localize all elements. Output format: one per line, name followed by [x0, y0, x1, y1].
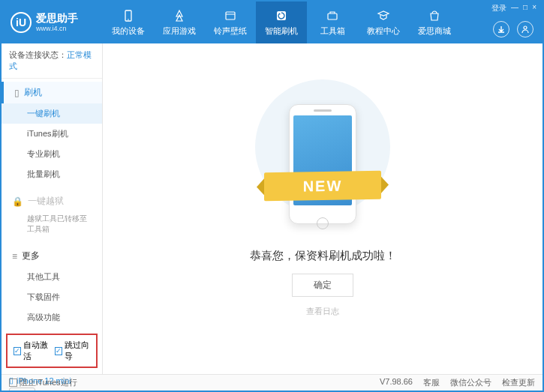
nav-label: 我的设备 [112, 25, 145, 37]
header-actions [493, 21, 533, 37]
wechat-link[interactable]: 微信公众号 [450, 377, 491, 388]
sidebar-item-itunes-flash[interactable]: iTunes刷机 [2, 124, 102, 144]
sidebar-section-flash[interactable]: ▯ 刷机 [2, 82, 102, 103]
checkbox-checked-icon: ✓ [14, 347, 21, 355]
support-link[interactable]: 客服 [423, 377, 440, 388]
apps-icon [172, 8, 187, 23]
main-content: NEW 恭喜您，保资料刷机成功啦！ 确定 查看日志 [103, 43, 542, 374]
connection-status: 设备连接状态：正常模式 [2, 43, 102, 79]
nav-ringtone[interactable]: 铃声壁纸 [205, 1, 256, 43]
window-controls: 登录 — □ × [491, 3, 536, 13]
device-icon [121, 8, 136, 23]
sidebar-section-jailbreak[interactable]: 🔒 一键越狱 [2, 190, 102, 212]
checkbox-checked-icon: ✓ [55, 347, 62, 355]
checkbox-unchecked-icon [9, 379, 17, 387]
flash-icon [274, 8, 289, 23]
toolbox-icon [325, 8, 340, 23]
sidebar-item-oneclick-flash[interactable]: 一键刷机 [2, 103, 102, 124]
sidebar-item-batch-flash[interactable]: 批量刷机 [2, 164, 102, 184]
logo-area: iU 爱思助手 www.i4.cn [2, 12, 103, 33]
jailbreak-note: 越狱工具已转移至 工具箱 [2, 212, 102, 239]
nav-label: 教程中心 [367, 25, 400, 37]
sidebar: 设备连接状态：正常模式 ▯ 刷机 一键刷机 iTunes刷机 专业刷机 批量刷机… [2, 43, 103, 374]
check-update-link[interactable]: 检查更新 [502, 377, 535, 388]
sidebar-section-more[interactable]: ≡ 更多 [2, 245, 102, 267]
phone-illustration: NEW [270, 100, 375, 235]
svg-rect-2 [226, 12, 235, 19]
main-nav: 我的设备 应用游戏 铃声壁纸 智能刷机 工具箱 教程中心 爱思商城 [103, 1, 460, 43]
sidebar-item-other-tools[interactable]: 其他工具 [2, 267, 102, 287]
options-highlighted-row: ✓ 自动激活 ✓ 跳过向导 [6, 334, 98, 368]
phone-icon: ▯ [14, 88, 20, 98]
ringtone-icon [223, 8, 238, 23]
close-button[interactable]: × [532, 3, 536, 13]
nav-my-device[interactable]: 我的设备 [103, 1, 154, 43]
nav-tutorial[interactable]: 教程中心 [358, 1, 409, 43]
nav-flash[interactable]: 智能刷机 [256, 1, 307, 43]
svg-rect-4 [328, 13, 337, 19]
app-title: 爱思助手 [36, 12, 78, 25]
nav-label: 铃声壁纸 [214, 25, 247, 37]
minimize-button[interactable]: — [511, 3, 518, 13]
skip-wizard-checkbox[interactable]: ✓ 跳过向导 [55, 340, 90, 362]
tutorial-icon [376, 8, 391, 23]
view-log-link[interactable]: 查看日志 [306, 306, 339, 317]
nav-store[interactable]: 爱思商城 [409, 1, 460, 43]
new-banner: NEW [264, 171, 381, 202]
app-header: iU 爱思助手 www.i4.cn 我的设备 应用游戏 铃声壁纸 智能刷机 工具… [2, 1, 542, 43]
nav-label: 工具箱 [320, 25, 345, 37]
nav-apps[interactable]: 应用游戏 [154, 1, 205, 43]
download-icon[interactable] [493, 21, 509, 37]
auto-activate-checkbox[interactable]: ✓ 自动激活 [14, 340, 49, 362]
maximize-button[interactable]: □ [523, 3, 527, 13]
svg-point-1 [128, 19, 129, 20]
block-itunes-checkbox[interactable]: 阻止iTunes运行 [9, 377, 77, 388]
menu-icon: ≡ [12, 251, 17, 262]
sidebar-item-pro-flash[interactable]: 专业刷机 [2, 144, 102, 164]
sidebar-item-download-firmware[interactable]: 下载固件 [2, 287, 102, 307]
version-label: V7.98.66 [380, 377, 413, 388]
sidebar-item-advanced[interactable]: 高级功能 [2, 307, 102, 328]
lock-icon: 🔒 [12, 196, 23, 207]
confirm-button[interactable]: 确定 [292, 274, 353, 297]
user-icon[interactable] [517, 21, 533, 37]
login-link[interactable]: 登录 [491, 3, 506, 13]
svg-point-5 [524, 26, 527, 29]
nav-label: 智能刷机 [265, 25, 298, 37]
nav-toolbox[interactable]: 工具箱 [307, 1, 358, 43]
nav-label: 爱思商城 [418, 25, 451, 37]
app-url: www.i4.cn [36, 25, 78, 33]
store-icon [427, 8, 442, 23]
success-message: 恭喜您，保资料刷机成功啦！ [250, 249, 396, 263]
nav-label: 应用游戏 [163, 25, 196, 37]
logo-icon: iU [11, 12, 32, 33]
